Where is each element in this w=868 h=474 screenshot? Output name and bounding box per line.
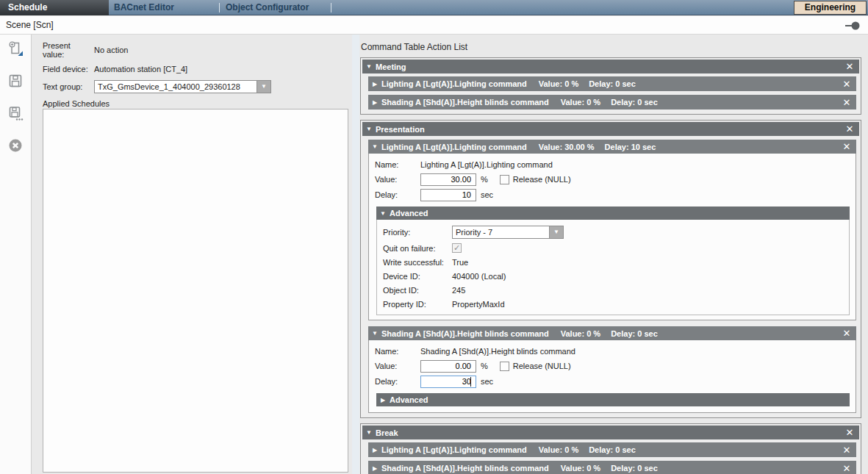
device-id-label: Device ID:	[383, 272, 452, 281]
name-value: Shading A [Shd(A)].Height blinds command	[420, 347, 575, 356]
action-title: Shading A [Shd(A)].Height blinds command	[381, 329, 549, 338]
action-value: Value: 0 %	[561, 329, 600, 338]
device-id-value: 404000 (Local)	[452, 272, 506, 281]
close-icon[interactable]	[837, 328, 856, 339]
action-group-presentation: Presentation Lighting A [Lgt(A)].Lightin…	[360, 120, 861, 418]
name-value: Lighting A [Lgt(A)].Lighting command	[420, 160, 553, 169]
close-icon[interactable]	[837, 97, 856, 108]
tab-engineering[interactable]: Engineering	[794, 1, 867, 15]
group-header-break[interactable]: Break	[362, 425, 859, 439]
field-device: Automation station [CT_4]	[94, 65, 187, 73]
action-delay: Delay: 0 sec	[589, 445, 636, 454]
collapse-triangle-icon	[368, 143, 381, 150]
pin-icon[interactable]	[844, 21, 861, 31]
advanced-label: Advanced	[390, 209, 428, 218]
tab-schedule[interactable]: Schedule	[0, 0, 109, 15]
action-value: Value: 0 %	[539, 445, 578, 454]
release-null-checkbox[interactable]	[500, 362, 509, 371]
value-input[interactable]	[420, 360, 476, 373]
applied-schedules-listbox[interactable]	[43, 109, 348, 473]
tab-bacnet-editor[interactable]: BACnet Editor	[114, 0, 174, 15]
close-icon[interactable]	[837, 79, 856, 90]
collapse-triangle-icon	[362, 63, 376, 70]
action-row-shading[interactable]: Shading A [Shd(A)].Height blinds command…	[368, 461, 856, 474]
close-icon[interactable]	[840, 427, 859, 438]
action-group-meeting: Meeting Lighting A [Lgt(A)].Lighting com…	[360, 57, 861, 115]
action-value: Value: 0 %	[561, 464, 600, 473]
chevron-down-icon[interactable]	[549, 226, 563, 238]
group-name: Meeting	[376, 62, 406, 71]
scene-bar: Scene [Scn]	[0, 16, 868, 35]
name-label: Name:	[375, 347, 420, 356]
text-caret	[470, 377, 471, 387]
panel-splitter[interactable]	[352, 35, 359, 474]
action-item-lighting: Lighting A [Lgt(A)].Lighting command Val…	[368, 140, 856, 320]
quit-on-failure-label: Quit on failure:	[383, 244, 452, 253]
expand-triangle-icon	[368, 447, 381, 453]
chevron-down-icon[interactable]	[257, 81, 270, 93]
action-delay: Delay: 0 sec	[611, 98, 658, 107]
delay-input[interactable]	[420, 189, 476, 201]
delay-unit: sec	[481, 377, 493, 386]
close-icon[interactable]	[837, 463, 856, 474]
action-title: Shading A [Shd(A)].Height blinds command	[381, 464, 549, 473]
expand-triangle-icon	[368, 81, 381, 87]
collapse-triangle-icon	[376, 210, 390, 217]
action-item-header[interactable]: Lighting A [Lgt(A)].Lighting command Val…	[368, 140, 856, 154]
left-toolbar	[0, 35, 32, 474]
close-icon[interactable]	[840, 61, 859, 72]
group-name: Presentation	[376, 125, 425, 134]
close-icon[interactable]	[837, 141, 856, 152]
action-title: Shading A [Shd(A)].Height blinds command	[381, 98, 549, 107]
expand-triangle-icon	[368, 465, 381, 472]
value-label: Value:	[375, 175, 420, 184]
value-label: Value:	[375, 362, 420, 370]
action-title: Lighting A [Lgt(A)].Lighting command	[381, 79, 527, 88]
top-tab-bar: Schedule BACnet Editor Object Configurat…	[0, 0, 868, 15]
text-group-value: TxG_GmsDevice_1_404000_29360128	[95, 81, 257, 93]
collapse-triangle-icon	[362, 429, 376, 436]
write-successful-label: Write successful:	[383, 258, 452, 267]
value-input[interactable]	[420, 173, 476, 186]
action-row-lighting[interactable]: Lighting A [Lgt(A)].Lighting command Val…	[368, 442, 856, 457]
action-item-header[interactable]: Shading A [Shd(A)].Height blinds command…	[368, 326, 856, 340]
action-group-break: Break Lighting A [Lgt(A)].Lighting comma…	[360, 423, 861, 474]
action-value: Value: 0 %	[561, 98, 600, 107]
save-icon[interactable]	[7, 73, 24, 89]
action-delay: Delay: 0 sec	[589, 79, 636, 88]
property-id-value: PropertyMaxId	[452, 300, 505, 309]
action-value: Value: 30.00 %	[539, 143, 595, 151]
advanced-header[interactable]: Advanced	[376, 207, 850, 220]
advanced-label: Advanced	[390, 395, 428, 404]
field-device-label: Field device:	[43, 65, 94, 73]
delay-input-focused[interactable]	[420, 376, 476, 388]
group-header-meeting[interactable]: Meeting	[362, 60, 859, 73]
release-null-label: Release (NULL)	[513, 362, 571, 370]
priority-value: Priority - 7	[453, 226, 549, 238]
action-row-shading[interactable]: Shading A [Shd(A)].Height blinds command…	[368, 95, 856, 109]
delay-unit: sec	[481, 190, 493, 199]
group-header-presentation[interactable]: Presentation	[362, 122, 859, 136]
tab-separator	[219, 3, 220, 12]
release-null-checkbox[interactable]	[500, 175, 509, 184]
collapse-triangle-icon	[362, 126, 376, 132]
object-id-value: 245	[452, 286, 465, 295]
quit-on-failure-checkbox[interactable]	[452, 243, 462, 253]
expand-triangle-icon	[368, 99, 381, 106]
action-row-lighting[interactable]: Lighting A [Lgt(A)].Lighting command Val…	[368, 76, 856, 91]
close-icon[interactable]	[840, 123, 859, 134]
close-icon[interactable]	[837, 445, 856, 456]
priority-combobox[interactable]: Priority - 7	[452, 226, 564, 239]
action-title: Lighting A [Lgt(A)].Lighting command	[381, 143, 527, 151]
text-group-combobox[interactable]: TxG_GmsDevice_1_404000_29360128	[94, 80, 271, 93]
add-object-icon[interactable]	[7, 40, 24, 57]
collapse-triangle-icon	[368, 330, 381, 337]
text-group-label: Text group:	[43, 82, 94, 91]
content-area: Present value: No action Field device: A…	[0, 35, 868, 474]
advanced-header-collapsed[interactable]: Advanced	[376, 393, 850, 406]
save-as-icon[interactable]	[7, 105, 24, 121]
tab-object-configurator[interactable]: Object Configurator	[226, 0, 309, 15]
property-id-label: Property ID:	[383, 300, 452, 309]
discard-icon[interactable]	[7, 137, 24, 154]
group-name: Break	[376, 428, 398, 437]
